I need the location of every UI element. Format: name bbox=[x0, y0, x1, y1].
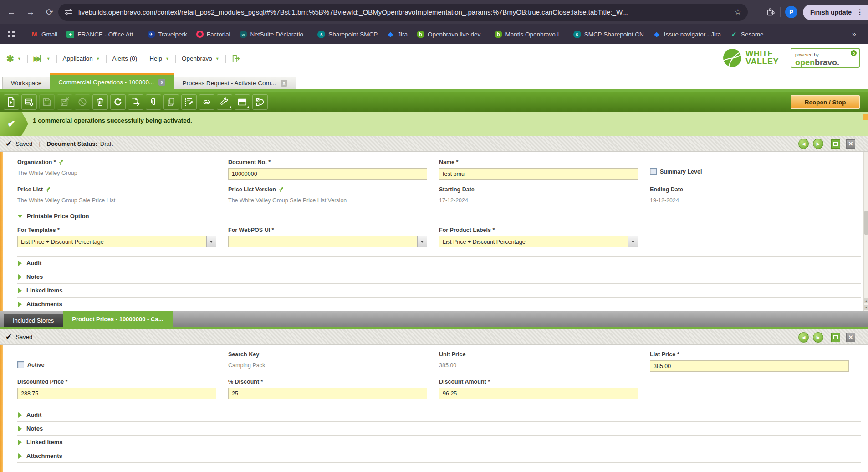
quick-create-menu[interactable]: ▶▶▏▼ bbox=[34, 55, 51, 62]
extensions-icon[interactable] bbox=[766, 7, 776, 17]
bookmark-smcp-sharepoint[interactable]: sSMCP Sharepoint CN bbox=[573, 31, 644, 38]
reopen-stop-button[interactable]: Reopen / Stop bbox=[791, 95, 860, 109]
name-input[interactable] bbox=[439, 168, 638, 180]
close-tab-icon[interactable]: x bbox=[281, 80, 287, 87]
reload-icon[interactable]: ⟳ bbox=[42, 5, 57, 20]
for-templates-label: For Templates * bbox=[17, 226, 216, 234]
section-attachments[interactable]: Attachments bbox=[17, 298, 861, 311]
dropdown-arrow-icon[interactable] bbox=[206, 236, 216, 247]
export-button[interactable] bbox=[128, 94, 143, 110]
dropdown-arrow-icon[interactable] bbox=[417, 236, 427, 247]
tab-included-stores[interactable]: Included Stores bbox=[4, 314, 63, 327]
close-tab-icon[interactable]: x bbox=[158, 79, 165, 86]
section-notes[interactable]: Notes bbox=[17, 270, 861, 284]
document-no-input[interactable] bbox=[228, 168, 427, 180]
link-out-icon[interactable] bbox=[278, 187, 283, 193]
alerts-menu[interactable]: Alerts (0) bbox=[112, 55, 138, 62]
quick-launch-icon: ✱ bbox=[6, 53, 14, 64]
edit-grid-button[interactable] bbox=[181, 94, 197, 110]
section-audit[interactable]: Audit bbox=[17, 408, 861, 422]
clone-record-button[interactable] bbox=[163, 94, 179, 110]
active-checkbox[interactable] bbox=[17, 361, 24, 368]
apps-grid-icon[interactable] bbox=[8, 31, 15, 37]
bookmark-factorial[interactable]: Factorial bbox=[196, 31, 230, 38]
quick-launch-menu[interactable]: ✱▼ bbox=[6, 53, 21, 64]
process-button[interactable] bbox=[252, 94, 268, 110]
link-out-icon[interactable] bbox=[58, 159, 63, 165]
save-button[interactable] bbox=[39, 94, 55, 110]
url-text[interactable]: livebuilds.openbravo.com/context/retail_… bbox=[78, 8, 730, 16]
scroll-down-icon[interactable]: ▼ bbox=[864, 305, 868, 310]
close-form-button[interactable]: ✕ bbox=[846, 333, 855, 342]
field-for-templates: For Templates * List Price + Discount Pe… bbox=[17, 226, 228, 247]
forward-icon[interactable]: → bbox=[23, 5, 38, 20]
logout-button[interactable] bbox=[232, 55, 240, 63]
bookmark-gmail[interactable]: MGmail bbox=[31, 31, 57, 38]
address-bar[interactable]: livebuilds.openbravo.com/context/retail_… bbox=[58, 4, 748, 21]
bookmark-travelperk[interactable]: ✈Travelperk bbox=[148, 31, 187, 38]
form-scrollbar[interactable]: ▲ ▼ bbox=[863, 152, 868, 311]
section-notes[interactable]: Notes bbox=[17, 422, 861, 436]
refresh-button[interactable] bbox=[110, 94, 126, 110]
back-icon[interactable]: ← bbox=[4, 5, 19, 20]
link-out-icon[interactable] bbox=[45, 187, 50, 193]
maximize-button[interactable] bbox=[831, 139, 840, 149]
scroll-up-icon[interactable]: ▲ bbox=[864, 298, 868, 303]
maximize-button[interactable] bbox=[831, 333, 840, 342]
more-bookmarks-icon[interactable]: » bbox=[852, 30, 856, 39]
section-printable-price-option[interactable]: Printable Price Option bbox=[17, 210, 861, 222]
message-close-button[interactable] bbox=[863, 114, 868, 120]
tools-button[interactable] bbox=[217, 94, 232, 110]
profile-avatar[interactable]: P bbox=[785, 6, 797, 18]
browser-actions: P Finish update ⋮ bbox=[766, 0, 868, 24]
discount-amount-input[interactable] bbox=[439, 388, 638, 399]
list-price-input[interactable] bbox=[650, 360, 849, 372]
bookmark-sharepoint-smcp[interactable]: sSharepoint SMCP bbox=[317, 31, 378, 38]
for-webpos-select[interactable] bbox=[228, 236, 427, 247]
site-settings-icon[interactable] bbox=[65, 8, 73, 16]
save-close-button[interactable] bbox=[57, 94, 72, 110]
section-attachments[interactable]: Attachments bbox=[17, 449, 861, 463]
form-view-button[interactable] bbox=[235, 94, 250, 110]
previous-record-button[interactable]: ◀ bbox=[798, 332, 809, 343]
link-button[interactable] bbox=[199, 94, 214, 110]
attachments-button[interactable] bbox=[146, 94, 161, 110]
previous-record-button[interactable]: ◀ bbox=[798, 139, 809, 149]
user-menu[interactable]: Openbravo▼ bbox=[182, 55, 220, 62]
bookmark-france-office[interactable]: +FRANCE - Office Att... bbox=[66, 31, 138, 38]
new-record-button[interactable] bbox=[4, 94, 19, 110]
dropdown-arrow-icon[interactable] bbox=[628, 236, 638, 247]
discounted-price-input[interactable] bbox=[17, 388, 216, 399]
finish-update-button[interactable]: Finish update ⋮ bbox=[803, 5, 868, 20]
tab-workspace[interactable]: Workspace bbox=[2, 77, 50, 89]
bookmark-sesame[interactable]: ✓Sesame bbox=[730, 31, 764, 38]
undo-changes-button[interactable] bbox=[75, 94, 90, 110]
delete-button[interactable] bbox=[92, 94, 108, 110]
tab-process-request[interactable]: Process Request - Activate Com... x bbox=[174, 77, 296, 89]
section-linked-items[interactable]: Linked Items bbox=[17, 284, 861, 298]
bookmark-openbravo-live[interactable]: bOpenbravo live dev... bbox=[417, 31, 485, 38]
section-linked-items[interactable]: Linked Items bbox=[17, 436, 861, 449]
bookmark-issue-navigator[interactable]: ◆Issue navigator - Jira bbox=[653, 31, 721, 38]
help-menu[interactable]: Help▼ bbox=[149, 55, 169, 62]
application-menu[interactable]: Application▼ bbox=[63, 55, 100, 62]
openbravo-swirl-icon: b bbox=[851, 50, 857, 56]
bookmark-star-icon[interactable]: ☆ bbox=[735, 7, 741, 17]
bookmark-netsuite[interactable]: ∞NetSuite Déclaratio... bbox=[240, 31, 309, 38]
for-product-labels-select[interactable]: List Price + Discount Percentage bbox=[439, 236, 638, 247]
browser-menu-icon[interactable]: ⋮ bbox=[856, 8, 863, 16]
for-templates-select[interactable]: List Price + Discount Percentage bbox=[17, 236, 216, 247]
next-record-button[interactable]: ▶ bbox=[813, 139, 823, 149]
scrollbar-thumb[interactable] bbox=[864, 211, 868, 235]
section-audit[interactable]: Audit bbox=[17, 257, 861, 270]
close-form-button[interactable]: ✕ bbox=[846, 139, 855, 149]
new-row-button[interactable] bbox=[21, 94, 37, 110]
bookmark-mantis[interactable]: bMantis Openbravo I... bbox=[495, 31, 564, 38]
next-record-button[interactable]: ▶ bbox=[813, 332, 823, 343]
percent-discount-input[interactable] bbox=[228, 388, 427, 399]
bookmark-jira[interactable]: ◆Jira bbox=[387, 31, 408, 38]
tab-product-prices[interactable]: Product Prices - 10000000 - Ca... bbox=[63, 311, 172, 327]
organization-value: The White Valley Group bbox=[17, 166, 216, 176]
tab-commercial-operations[interactable]: Commercial Operations - 100000... x bbox=[50, 73, 174, 89]
summary-level-checkbox[interactable] bbox=[650, 168, 657, 175]
